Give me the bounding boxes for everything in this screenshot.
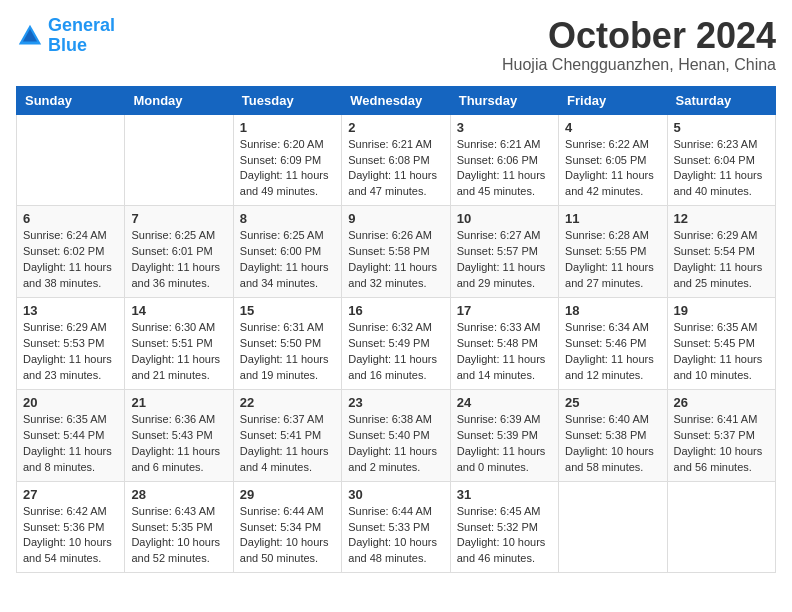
day-info: Sunrise: 6:38 AMSunset: 5:40 PMDaylight:… [348, 412, 443, 476]
calendar-cell: 9Sunrise: 6:26 AMSunset: 5:58 PMDaylight… [342, 206, 450, 298]
day-number: 12 [674, 211, 769, 226]
calendar-cell: 26Sunrise: 6:41 AMSunset: 5:37 PMDayligh… [667, 389, 775, 481]
day-info: Sunrise: 6:43 AMSunset: 5:35 PMDaylight:… [131, 504, 226, 568]
calendar-cell: 28Sunrise: 6:43 AMSunset: 5:35 PMDayligh… [125, 481, 233, 573]
calendar-cell: 29Sunrise: 6:44 AMSunset: 5:34 PMDayligh… [233, 481, 341, 573]
day-number: 30 [348, 487, 443, 502]
calendar-cell: 24Sunrise: 6:39 AMSunset: 5:39 PMDayligh… [450, 389, 558, 481]
calendar-cell: 4Sunrise: 6:22 AMSunset: 6:05 PMDaylight… [559, 114, 667, 206]
day-info: Sunrise: 6:35 AMSunset: 5:44 PMDaylight:… [23, 412, 118, 476]
calendar-cell: 31Sunrise: 6:45 AMSunset: 5:32 PMDayligh… [450, 481, 558, 573]
day-number: 1 [240, 120, 335, 135]
calendar-cell: 5Sunrise: 6:23 AMSunset: 6:04 PMDaylight… [667, 114, 775, 206]
calendar-cell: 7Sunrise: 6:25 AMSunset: 6:01 PMDaylight… [125, 206, 233, 298]
header-wednesday: Wednesday [342, 86, 450, 114]
day-number: 27 [23, 487, 118, 502]
day-info: Sunrise: 6:35 AMSunset: 5:45 PMDaylight:… [674, 320, 769, 384]
logo-text: General Blue [48, 16, 115, 56]
day-info: Sunrise: 6:24 AMSunset: 6:02 PMDaylight:… [23, 228, 118, 292]
calendar-table: Sunday Monday Tuesday Wednesday Thursday… [16, 86, 776, 574]
calendar-cell: 25Sunrise: 6:40 AMSunset: 5:38 PMDayligh… [559, 389, 667, 481]
day-info: Sunrise: 6:39 AMSunset: 5:39 PMDaylight:… [457, 412, 552, 476]
day-number: 19 [674, 303, 769, 318]
calendar-cell [17, 114, 125, 206]
calendar-cell [559, 481, 667, 573]
day-number: 15 [240, 303, 335, 318]
day-info: Sunrise: 6:45 AMSunset: 5:32 PMDaylight:… [457, 504, 552, 568]
calendar-cell: 17Sunrise: 6:33 AMSunset: 5:48 PMDayligh… [450, 298, 558, 390]
day-info: Sunrise: 6:22 AMSunset: 6:05 PMDaylight:… [565, 137, 660, 201]
day-number: 8 [240, 211, 335, 226]
location-title: Huojia Chengguanzhen, Henan, China [502, 56, 776, 74]
calendar-week-row: 6Sunrise: 6:24 AMSunset: 6:02 PMDaylight… [17, 206, 776, 298]
calendar-cell: 30Sunrise: 6:44 AMSunset: 5:33 PMDayligh… [342, 481, 450, 573]
calendar-cell: 16Sunrise: 6:32 AMSunset: 5:49 PMDayligh… [342, 298, 450, 390]
calendar-cell: 10Sunrise: 6:27 AMSunset: 5:57 PMDayligh… [450, 206, 558, 298]
calendar-cell: 22Sunrise: 6:37 AMSunset: 5:41 PMDayligh… [233, 389, 341, 481]
calendar-week-row: 20Sunrise: 6:35 AMSunset: 5:44 PMDayligh… [17, 389, 776, 481]
day-info: Sunrise: 6:26 AMSunset: 5:58 PMDaylight:… [348, 228, 443, 292]
day-info: Sunrise: 6:29 AMSunset: 5:53 PMDaylight:… [23, 320, 118, 384]
calendar-cell [125, 114, 233, 206]
day-number: 26 [674, 395, 769, 410]
logo: General Blue [16, 16, 115, 56]
calendar-header-row: Sunday Monday Tuesday Wednesday Thursday… [17, 86, 776, 114]
header-friday: Friday [559, 86, 667, 114]
header-sunday: Sunday [17, 86, 125, 114]
day-number: 20 [23, 395, 118, 410]
calendar-cell: 15Sunrise: 6:31 AMSunset: 5:50 PMDayligh… [233, 298, 341, 390]
day-info: Sunrise: 6:37 AMSunset: 5:41 PMDaylight:… [240, 412, 335, 476]
calendar-cell: 8Sunrise: 6:25 AMSunset: 6:00 PMDaylight… [233, 206, 341, 298]
day-number: 10 [457, 211, 552, 226]
calendar-week-row: 13Sunrise: 6:29 AMSunset: 5:53 PMDayligh… [17, 298, 776, 390]
calendar-cell: 3Sunrise: 6:21 AMSunset: 6:06 PMDaylight… [450, 114, 558, 206]
day-info: Sunrise: 6:29 AMSunset: 5:54 PMDaylight:… [674, 228, 769, 292]
logo-line2: Blue [48, 35, 87, 55]
header-tuesday: Tuesday [233, 86, 341, 114]
calendar-week-row: 1Sunrise: 6:20 AMSunset: 6:09 PMDaylight… [17, 114, 776, 206]
day-info: Sunrise: 6:28 AMSunset: 5:55 PMDaylight:… [565, 228, 660, 292]
calendar-cell: 18Sunrise: 6:34 AMSunset: 5:46 PMDayligh… [559, 298, 667, 390]
calendar-cell: 13Sunrise: 6:29 AMSunset: 5:53 PMDayligh… [17, 298, 125, 390]
day-info: Sunrise: 6:25 AMSunset: 6:01 PMDaylight:… [131, 228, 226, 292]
day-number: 11 [565, 211, 660, 226]
day-number: 16 [348, 303, 443, 318]
day-info: Sunrise: 6:30 AMSunset: 5:51 PMDaylight:… [131, 320, 226, 384]
day-number: 18 [565, 303, 660, 318]
day-info: Sunrise: 6:42 AMSunset: 5:36 PMDaylight:… [23, 504, 118, 568]
day-number: 9 [348, 211, 443, 226]
day-number: 4 [565, 120, 660, 135]
day-info: Sunrise: 6:25 AMSunset: 6:00 PMDaylight:… [240, 228, 335, 292]
day-number: 22 [240, 395, 335, 410]
calendar-cell: 1Sunrise: 6:20 AMSunset: 6:09 PMDaylight… [233, 114, 341, 206]
day-info: Sunrise: 6:44 AMSunset: 5:34 PMDaylight:… [240, 504, 335, 568]
day-number: 21 [131, 395, 226, 410]
day-info: Sunrise: 6:31 AMSunset: 5:50 PMDaylight:… [240, 320, 335, 384]
calendar-cell: 23Sunrise: 6:38 AMSunset: 5:40 PMDayligh… [342, 389, 450, 481]
day-info: Sunrise: 6:21 AMSunset: 6:06 PMDaylight:… [457, 137, 552, 201]
day-info: Sunrise: 6:32 AMSunset: 5:49 PMDaylight:… [348, 320, 443, 384]
header-saturday: Saturday [667, 86, 775, 114]
day-number: 23 [348, 395, 443, 410]
day-info: Sunrise: 6:41 AMSunset: 5:37 PMDaylight:… [674, 412, 769, 476]
calendar-cell: 2Sunrise: 6:21 AMSunset: 6:08 PMDaylight… [342, 114, 450, 206]
day-number: 28 [131, 487, 226, 502]
calendar-cell: 19Sunrise: 6:35 AMSunset: 5:45 PMDayligh… [667, 298, 775, 390]
day-info: Sunrise: 6:27 AMSunset: 5:57 PMDaylight:… [457, 228, 552, 292]
day-number: 3 [457, 120, 552, 135]
calendar-cell: 11Sunrise: 6:28 AMSunset: 5:55 PMDayligh… [559, 206, 667, 298]
day-number: 29 [240, 487, 335, 502]
page-header: General Blue October 2024 Huojia Chenggu… [16, 16, 776, 74]
day-info: Sunrise: 6:20 AMSunset: 6:09 PMDaylight:… [240, 137, 335, 201]
logo-icon [16, 22, 44, 50]
day-info: Sunrise: 6:36 AMSunset: 5:43 PMDaylight:… [131, 412, 226, 476]
day-number: 17 [457, 303, 552, 318]
calendar-cell [667, 481, 775, 573]
calendar-week-row: 27Sunrise: 6:42 AMSunset: 5:36 PMDayligh… [17, 481, 776, 573]
calendar-cell: 21Sunrise: 6:36 AMSunset: 5:43 PMDayligh… [125, 389, 233, 481]
calendar-cell: 14Sunrise: 6:30 AMSunset: 5:51 PMDayligh… [125, 298, 233, 390]
header-thursday: Thursday [450, 86, 558, 114]
day-number: 31 [457, 487, 552, 502]
day-info: Sunrise: 6:40 AMSunset: 5:38 PMDaylight:… [565, 412, 660, 476]
day-number: 25 [565, 395, 660, 410]
